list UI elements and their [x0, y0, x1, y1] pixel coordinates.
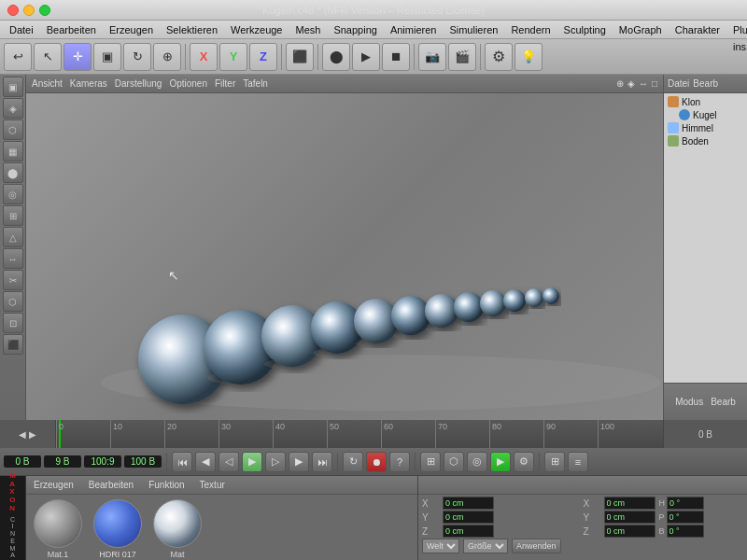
tool-sphere[interactable]: ⚙ [485, 43, 513, 71]
tool-undo[interactable]: ↩ [4, 43, 32, 71]
menu-item-rendern[interactable]: Rendern [505, 21, 556, 38]
vp-kameras[interactable]: Kameras [70, 78, 107, 89]
prop-x2-input[interactable] [604, 497, 655, 510]
tool-anim-record[interactable]: ⬤ [322, 43, 350, 71]
rp-footer-bearb[interactable]: Bearb [711, 397, 736, 407]
vp-filter[interactable]: Filter [215, 78, 235, 89]
minimize-button[interactable] [23, 5, 35, 16]
material-item-2[interactable]: HDRI 017 [90, 499, 146, 560]
left-tool-6[interactable]: ◎ [3, 184, 23, 204]
vp-darstellung[interactable]: Darstellung [115, 78, 162, 89]
tool-anim-play[interactable]: ▶ [352, 43, 380, 71]
left-tool-2[interactable]: ◈ [3, 98, 23, 119]
right-tab-bearb[interactable]: Bearb [693, 78, 718, 89]
vp-tafeln[interactable]: Tafeln [243, 78, 268, 89]
material-item-3[interactable]: Mat [149, 499, 205, 560]
prop-x-input[interactable] [443, 497, 494, 510]
menu-item-snapping[interactable]: Snapping [328, 21, 383, 38]
vp-nav-4[interactable]: □ [652, 78, 657, 89]
left-tool-10[interactable]: ✂ [3, 270, 23, 290]
mat-tab-funktion[interactable]: Funktion [145, 480, 188, 490]
btn-snap[interactable]: ⊞ [420, 452, 441, 472]
btn-next-key[interactable]: ▷ [265, 452, 286, 472]
menu-item-bearbeiten[interactable]: Bearbeiten [41, 21, 102, 38]
btn-goto-end[interactable]: ⏭ [312, 452, 332, 472]
tool-y[interactable]: Y [219, 43, 247, 71]
scene-obj-kugel[interactable]: Kugel [666, 108, 745, 121]
left-tool-5[interactable]: ⬤ [3, 162, 23, 183]
prop-y-input[interactable] [443, 511, 494, 524]
scene-obj-klon[interactable]: Klon [666, 95, 745, 108]
prop-b-input[interactable] [667, 525, 704, 538]
tool-scale[interactable]: ⊕ [153, 43, 181, 71]
left-tool-11[interactable]: ⬡ [3, 291, 23, 312]
tool-select[interactable]: ↖ [34, 43, 62, 71]
tool-rotate[interactable]: ↻ [123, 43, 151, 71]
menu-item-charakter[interactable]: Charakter [669, 21, 726, 38]
tool-light[interactable]: 💡 [514, 43, 543, 71]
menu-item-sculpting[interactable]: Sculpting [558, 21, 612, 38]
btn-render-to-picture[interactable]: ▶ [490, 452, 511, 472]
btn-snap3[interactable]: ◎ [467, 452, 487, 472]
vp-nav-1[interactable]: ⊕ [616, 78, 624, 89]
btn-extra[interactable]: ≡ [568, 452, 588, 472]
apply-button[interactable]: Anwenden [512, 539, 561, 553]
vp-nav-3[interactable]: ↔ [639, 78, 648, 89]
tool-render-region[interactable]: ⬛ [286, 43, 314, 71]
btn-play[interactable]: ▶ [242, 452, 262, 472]
menu-item-werkzeuge[interactable]: Werkzeuge [225, 21, 288, 38]
btn-settings[interactable]: ⚙ [514, 452, 534, 472]
prop-h-input[interactable] [667, 497, 704, 510]
left-tool-3[interactable]: ⬡ [3, 119, 23, 140]
left-tool-12[interactable]: ⊡ [3, 313, 23, 333]
mat-tab-textur[interactable]: Textur [196, 480, 229, 490]
left-tool-1[interactable]: ▣ [3, 77, 23, 97]
rp-footer-modus[interactable]: Modus [675, 397, 703, 407]
left-tool-7[interactable]: ⊞ [3, 205, 23, 226]
prop-z-input[interactable] [443, 525, 494, 538]
timeline-ruler[interactable]: 0 10 20 30 40 50 60 70 80 90 100 [56, 420, 663, 448]
material-item-1[interactable]: Mat.1 [30, 499, 86, 560]
coord-mode-select[interactable]: Größe [463, 539, 508, 553]
menu-item-mesh[interactable]: Mesh [289, 21, 326, 38]
btn-grid[interactable]: ⊞ [544, 452, 565, 472]
timeline[interactable]: ◀ ▶ 0 10 20 30 40 50 60 70 80 90 100 0 B [0, 420, 747, 448]
btn-next-frame[interactable]: ▶ [289, 452, 309, 472]
tool-z[interactable]: Z [249, 43, 277, 71]
prop-z2-input[interactable] [604, 525, 655, 538]
tool-render[interactable]: 📷 [418, 43, 446, 71]
viewport-canvas[interactable]: ↖ [26, 93, 663, 420]
left-tool-4[interactable]: ▦ [3, 141, 23, 161]
mat-tab-bearbeiten[interactable]: Bearbeiten [85, 480, 137, 490]
btn-snap2[interactable]: ⬡ [444, 452, 464, 472]
menu-item-mograph[interactable]: MoGraph [613, 21, 668, 38]
menu-item-erzeugen[interactable]: Erzeugen [104, 21, 159, 38]
menu-item-plug-ins[interactable]: Plug-ins [727, 21, 747, 38]
scene-obj-himmel[interactable]: Himmel [666, 121, 745, 134]
viewport[interactable]: Ansicht Kameras Darstellung Optionen Fil… [26, 75, 663, 420]
frame-total-display[interactable]: 100 B [124, 455, 162, 468]
menu-item-animieren[interactable]: Animieren [385, 21, 443, 38]
tool-move[interactable]: ✛ [63, 43, 92, 71]
window-controls[interactable] [7, 5, 50, 16]
btn-question[interactable]: ? [389, 452, 410, 472]
vp-ansicht[interactable]: Ansicht [32, 78, 63, 89]
tool-x[interactable]: X [190, 43, 218, 71]
btn-goto-start[interactable]: ⏮ [172, 452, 192, 472]
prop-y2-input[interactable] [604, 511, 655, 524]
right-tab-datei[interactable]: Datei [668, 78, 689, 89]
maximize-button[interactable] [39, 5, 50, 16]
left-tool-8[interactable]: △ [3, 227, 23, 247]
coord-system-select[interactable]: Welt [422, 539, 459, 553]
menu-item-simulieren[interactable]: Simulieren [444, 21, 503, 38]
vp-optionen[interactable]: Optionen [169, 78, 207, 89]
frame-current-display[interactable]: 9 B [44, 455, 81, 468]
frame-end-display[interactable]: 100:9 [84, 455, 121, 468]
prop-p-input[interactable] [667, 511, 704, 524]
menu-item-selektieren[interactable]: Selektieren [161, 21, 223, 38]
close-button[interactable] [7, 5, 19, 16]
mat-tab-erzeugen[interactable]: Erzeugen [30, 480, 78, 490]
vp-nav-2[interactable]: ◈ [627, 78, 635, 89]
left-tool-9[interactable]: ↔ [3, 248, 23, 269]
btn-prev-frame[interactable]: ◀ [195, 452, 216, 472]
